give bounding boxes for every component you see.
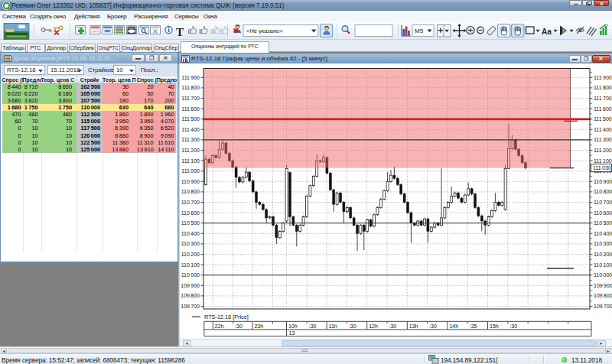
svg-text:111 400: 111 400 (594, 127, 612, 132)
svg-text::30: :30 (349, 323, 356, 329)
svg-text:111 500: 111 500 (594, 116, 612, 122)
svg-text:110 000: 110 000 (181, 272, 200, 278)
svg-text:<Не указано>: <Не указано> (246, 28, 283, 34)
svg-text:15h: 15h (490, 323, 499, 329)
svg-text:110 700: 110 700 (594, 200, 612, 205)
svg-text:110 800: 110 800 (594, 189, 612, 194)
svg-text:111 030: 111 030 (593, 165, 611, 171)
svg-text:110 600: 110 600 (181, 210, 200, 216)
svg-text:110 200: 110 200 (594, 252, 612, 257)
svg-text:110 100: 110 100 (594, 262, 612, 268)
svg-text:109 800: 109 800 (181, 293, 200, 298)
svg-text:110 300: 110 300 (594, 241, 612, 246)
svg-text:110 000: 110 000 (594, 272, 612, 278)
svg-text::30: :30 (389, 323, 397, 329)
svg-text:22h: 22h (215, 323, 224, 329)
svg-text:111 300: 111 300 (594, 137, 612, 142)
svg-text:111 200: 111 200 (181, 148, 200, 153)
svg-text:111 600: 111 600 (181, 106, 200, 112)
svg-text:14h: 14h (449, 323, 458, 329)
svg-text:111 400: 111 400 (181, 127, 200, 132)
svg-text:109 900: 109 900 (181, 283, 200, 288)
svg-text:RTS-12.18 [Price]: RTS-12.18 [Price] (204, 314, 249, 320)
svg-text::30: :30 (429, 323, 437, 329)
svg-text:109 900: 109 900 (594, 283, 612, 288)
svg-text:111 600: 111 600 (594, 106, 612, 112)
svg-text:111 700: 111 700 (594, 96, 612, 101)
svg-text:111 700: 111 700 (181, 96, 200, 101)
svg-text::30: :30 (309, 323, 317, 329)
svg-text::30: :30 (235, 323, 243, 329)
svg-text:110 900: 110 900 (594, 179, 612, 184)
svg-text::35: :35 (470, 323, 477, 329)
svg-text:13h: 13h (409, 323, 418, 329)
svg-text:110 300: 110 300 (181, 241, 200, 246)
svg-text:T: T (176, 26, 184, 38)
svg-text:110 700: 110 700 (181, 200, 200, 205)
svg-text:23h: 23h (254, 323, 263, 329)
svg-text:110 600: 110 600 (594, 210, 612, 216)
svg-text:111 300: 111 300 (181, 137, 200, 142)
svg-text:111 900: 111 900 (594, 75, 612, 80)
svg-text:110 400: 110 400 (594, 231, 612, 236)
svg-text:110 800: 110 800 (181, 189, 200, 194)
svg-text:111 900: 111 900 (181, 75, 200, 80)
svg-text:13: 13 (289, 330, 295, 336)
svg-text:109 700: 109 700 (594, 304, 612, 309)
svg-text:111 100: 111 100 (181, 158, 200, 164)
svg-text:111 800: 111 800 (594, 85, 612, 90)
svg-text:110 500: 110 500 (181, 220, 200, 226)
svg-text:111 800: 111 800 (181, 85, 200, 90)
svg-text:110 500: 110 500 (594, 220, 612, 226)
svg-text:110 400: 110 400 (181, 231, 200, 236)
svg-text:110 200: 110 200 (181, 252, 200, 257)
svg-text:109 700: 109 700 (181, 304, 200, 309)
svg-text:110 900: 110 900 (181, 179, 200, 184)
svg-text:M5: M5 (415, 28, 424, 34)
svg-text::30: :30 (509, 323, 517, 329)
svg-text:111 000: 111 000 (181, 168, 200, 174)
svg-text:111 100: 111 100 (594, 158, 612, 164)
svg-text:10h: 10h (288, 323, 298, 329)
svg-text:111 200: 111 200 (594, 148, 612, 153)
svg-text:111 500: 111 500 (181, 116, 200, 122)
svg-text:Aa: Aa (542, 28, 552, 36)
svg-text:11h: 11h (329, 323, 337, 329)
svg-text:109 800: 109 800 (594, 293, 612, 298)
svg-text:12h: 12h (369, 323, 378, 329)
svg-text:110 100: 110 100 (181, 262, 200, 268)
